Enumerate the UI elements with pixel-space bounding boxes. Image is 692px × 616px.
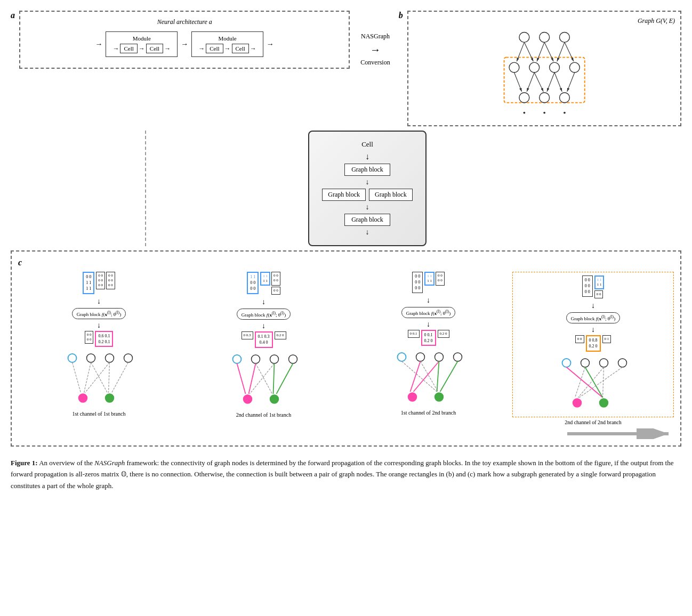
figure-container: a Neural architecture a → Module → (11, 11, 681, 491)
col1-down-arrow: ↓ (97, 297, 101, 306)
neural-arch-label: Neural architecture a (29, 18, 340, 26)
svg-point-5 (529, 62, 540, 72)
svg-line-45 (237, 363, 246, 394)
conversion-arrow: → (370, 42, 381, 57)
cell-label: Cell (322, 140, 412, 149)
svg-point-30 (124, 354, 133, 362)
col2-output-small: 0 0.3 (242, 331, 253, 339)
cell-inner-box: Cell ↓ Graph block ↓ Graph block Graph b… (308, 131, 426, 246)
cell-2: Cell (146, 44, 163, 53)
module-2: Module → Cell → Cell → (191, 31, 263, 57)
col2-adj-3: 0 0 (271, 287, 280, 295)
svg-line-71 (585, 367, 603, 398)
svg-point-3 (559, 32, 569, 42)
svg-point-4 (509, 62, 519, 72)
svg-point-11 (523, 112, 525, 114)
cell-4: Cell (232, 44, 249, 53)
svg-point-1 (519, 32, 529, 42)
col2-adj-1: 1 1 1 1 (260, 272, 270, 286)
col1-adj-1: 0 0 0 0 0 0 (96, 272, 105, 289)
svg-point-65 (600, 359, 608, 367)
svg-point-31 (79, 394, 87, 402)
caption-text: An overview of the NASGraph framework: t… (11, 459, 674, 490)
svg-rect-0 (504, 58, 584, 103)
col1-output-small: 0 0 0 0 (85, 331, 94, 344)
col2-down-arrow: ↓ (262, 298, 265, 306)
svg-line-74 (580, 367, 623, 398)
col2-down-arrow-2: ↓ (262, 322, 265, 330)
svg-line-17 (544, 42, 553, 61)
col2-caption: 2nd channel of 1st branch (236, 412, 291, 418)
svg-point-55 (408, 393, 417, 401)
svg-point-12 (543, 112, 545, 114)
svg-point-44 (270, 395, 279, 403)
svg-line-14 (517, 42, 524, 61)
panel-a-label: a (11, 11, 15, 20)
col3-input-matrix: 0 0 0 0 0 0 (412, 272, 423, 293)
col1-output-pink: 0.6 0.1 0.2 0.1 (95, 331, 113, 347)
col1-graph-viz (18, 350, 180, 409)
col4-down-arrow-2: ↓ (591, 326, 595, 334)
col2-adj-2: 0 0 0 0 (271, 272, 280, 286)
svg-point-10 (559, 93, 569, 103)
col1-down-arrow-2: ↓ (97, 321, 101, 330)
col4-input-matrix: 0 0 0 0 0 0 (582, 275, 593, 297)
svg-point-6 (549, 62, 559, 72)
svg-point-27 (68, 354, 77, 362)
col1-input-matrix: 0 0 1 1 1 1 (83, 272, 94, 294)
svg-line-16 (537, 42, 544, 61)
col2-graph-viz (183, 351, 344, 410)
svg-point-28 (87, 354, 95, 362)
figure-caption: Figure 1: An overview of the NASGraph fr… (11, 457, 681, 491)
down-arrow-1: ↓ (366, 178, 369, 187)
col2-graph-block-func: Graph block f(x(l); θ(l)) (237, 309, 291, 320)
arrow-1-2: → (139, 45, 145, 53)
module-1: Module → Cell → Cell → (106, 31, 178, 57)
down-arrow-2: ↓ (366, 203, 369, 212)
svg-point-68 (600, 399, 608, 407)
svg-point-42 (289, 355, 297, 363)
nasgraph-label: NASGraph (361, 32, 390, 41)
col3-graph-viz (348, 349, 509, 408)
svg-point-2 (539, 32, 549, 42)
svg-line-47 (256, 363, 272, 394)
cell-1: Cell (120, 44, 137, 53)
col3-caption: 1st channel of 2nd branch (401, 410, 456, 416)
module-1-label: Module (112, 35, 171, 42)
svg-point-41 (270, 355, 279, 363)
svg-line-73 (603, 367, 604, 398)
gb-mid-left: Graph block (322, 189, 366, 201)
svg-point-63 (562, 359, 571, 367)
arrow-in-1: → (112, 45, 119, 53)
col4-output-small: 0 0 (575, 335, 584, 343)
svg-line-62 (440, 361, 458, 392)
col4-caption: 2nd channel of 2nd branch (565, 419, 622, 425)
svg-point-40 (252, 355, 260, 363)
gb-mid-right: Graph block (369, 189, 413, 201)
down-arrow-into-cell: ↓ (322, 152, 412, 161)
col4-adj-2: 0 0 (594, 290, 604, 298)
col1-caption: 1st channel of 1st branch (73, 411, 126, 417)
nasgraph-conversion: NASGraph → Conversion (355, 11, 395, 67)
svg-line-18 (557, 42, 564, 61)
svg-line-34 (84, 362, 91, 393)
svg-line-25 (567, 72, 574, 92)
svg-line-19 (565, 42, 574, 61)
svg-point-13 (564, 112, 566, 114)
panel-c-label: c (18, 258, 22, 268)
col1-adj-2: 0 0 0 0 0 0 (106, 272, 115, 289)
col4-adj-1: 1 1 1 1 (594, 275, 605, 289)
panel-b: b Graph G(V, E) (396, 11, 681, 126)
svg-point-9 (539, 93, 549, 103)
svg-point-66 (618, 359, 627, 367)
gb-bottom: Graph block (344, 214, 390, 226)
column-1: 0 0 1 1 1 1 0 0 0 0 0 0 (18, 272, 180, 425)
svg-point-8 (519, 93, 529, 103)
arrow-3-4: → (224, 45, 231, 53)
svg-point-64 (581, 359, 590, 367)
module-2-label: Module (198, 35, 256, 42)
arrow-out-1: → (164, 45, 171, 53)
svg-line-37 (109, 362, 110, 393)
col4-output-right: 0 1 (602, 335, 611, 343)
col2-output-pink: 0.1 0.3 0.4 0 (255, 331, 273, 347)
